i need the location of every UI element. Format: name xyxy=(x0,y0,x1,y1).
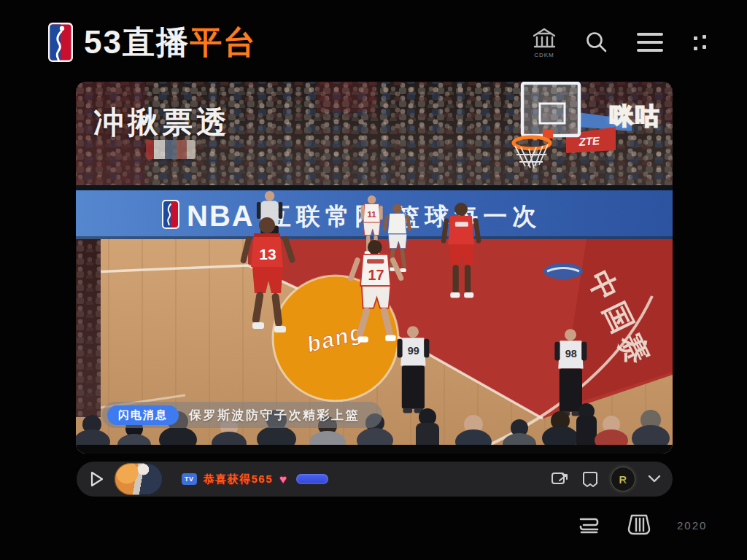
nba-logo-icon xyxy=(48,23,73,62)
bookmark-icon[interactable] xyxy=(582,470,598,488)
hoop-pad-text: ZTE xyxy=(578,134,600,148)
year-label: 2020 xyxy=(677,519,707,532)
watermark-thumb xyxy=(146,140,196,159)
cast-icon[interactable]: CDKM xyxy=(529,26,560,58)
svg-text:11: 11 xyxy=(367,209,376,219)
play-button[interactable] xyxy=(87,470,106,489)
ticker-message: 保罗斯波防守子次精彩上篮 xyxy=(189,407,360,424)
svg-text:98: 98 xyxy=(565,348,577,359)
menu-icon[interactable] xyxy=(634,30,666,55)
ticker-tag: 闪电消息 xyxy=(107,405,179,425)
player-control-bar: TV 恭喜获得565 ♥ R xyxy=(77,462,673,497)
fullscreen-icon[interactable] xyxy=(691,34,709,52)
svg-text:17: 17 xyxy=(368,267,384,283)
watermark-main: 冲揪票透 xyxy=(93,102,231,143)
control-bar-right: R xyxy=(551,467,661,491)
chat-message-line: TV 恭喜获得565 ♥ xyxy=(182,472,328,486)
live-stream-page: 53直播平台 CDKM xyxy=(0,0,747,560)
chevron-down-icon[interactable] xyxy=(648,475,661,483)
svg-text:13: 13 xyxy=(259,246,276,262)
search-icon[interactable] xyxy=(584,30,609,55)
video-player[interactable]: NBA 互联常网 篮球每一次 bang 中国赛 xyxy=(76,82,673,454)
ad-board-logo xyxy=(162,200,179,229)
svg-text:99: 99 xyxy=(408,345,419,357)
brand-home-link[interactable]: 53直播平台 xyxy=(48,23,257,62)
pip-icon[interactable] xyxy=(551,470,570,488)
progress-pill xyxy=(296,474,328,484)
announcement-ticker: 闪电消息 保罗斯波防守子次精彩上篮 xyxy=(102,402,382,428)
reaction-button[interactable]: R xyxy=(611,467,635,491)
gift-icon[interactable] xyxy=(624,511,654,537)
app-header: 53直播平台 CDKM xyxy=(48,20,709,64)
page-title: 53直播平台 xyxy=(84,26,257,58)
streamer-avatar[interactable] xyxy=(115,463,163,495)
layers-icon[interactable] xyxy=(576,515,603,537)
reaction-glyph-icon: R xyxy=(619,474,627,485)
chat-message-text: 恭喜获得565 xyxy=(204,472,274,486)
watermark-corner: 咪咕 xyxy=(610,101,661,133)
tv-badge-icon: TV xyxy=(182,473,197,485)
header-icons: CDKM xyxy=(529,26,709,58)
ad-board-brand: NBA xyxy=(187,200,255,232)
cast-caption: CDKM xyxy=(534,52,554,58)
heart-icon[interactable]: ♥ xyxy=(279,473,287,486)
footer-toolbar: 2020 xyxy=(0,509,747,547)
